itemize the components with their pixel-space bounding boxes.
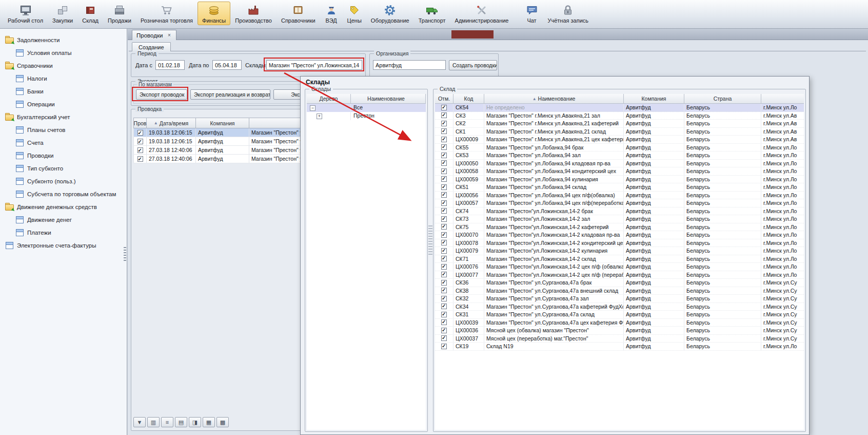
warehouse-row[interactable]: СК73 Магазин "Престон"ул.Ложинская,14-2 … (435, 215, 804, 223)
warehouse-row[interactable]: ЦХ00059 Магазин "Престон" ул.Лобанка,94 … (435, 176, 804, 184)
toolbar-item-desktop[interactable]: Рабочий стол (3, 2, 48, 25)
warehouse-checkbox[interactable] (441, 224, 447, 230)
sidebar-item[interactable]: Движение денег (0, 213, 127, 226)
warehouses-input[interactable] (266, 60, 362, 70)
sidebar-item[interactable]: Движение денежных средств (0, 200, 127, 213)
warehouse-checkbox[interactable] (441, 256, 447, 261)
warehouse-row[interactable]: ЦХ00039 Магазин "Престон" ул.Сурганова,4… (435, 319, 804, 327)
warehouse-row[interactable]: ЦХ00078 Магазин "Престон"ул.Ложинская,14… (435, 239, 804, 248)
warehouse-checkbox[interactable] (441, 184, 447, 190)
column-header-mark[interactable]: Отм. (435, 94, 453, 104)
table-toolbar-button[interactable]: ▼ (133, 417, 146, 427)
warehouse-row[interactable]: ЦХ00058 Магазин "Престон" ул.Лобанка,94 … (435, 167, 804, 176)
column-header-company[interactable]: Компания (624, 94, 684, 104)
warehouse-checkbox[interactable] (441, 319, 447, 325)
warehouse-checkbox[interactable] (441, 328, 447, 333)
warehouse-checkbox[interactable] (441, 272, 447, 277)
dialog-splitter-grip[interactable] (428, 225, 432, 256)
warehouse-row[interactable]: СК19 Склад N19 Арвитфуд Беларусь г.Минск… (435, 343, 804, 351)
warehouse-row[interactable]: СК51 Магазин "Престон" ул.Лобанка,94 скл… (435, 183, 804, 192)
warehouse-row[interactable]: СК71 Магазин "Престон"ул.Ложинская,14-2 … (435, 255, 804, 263)
column-header-city[interactable] (761, 94, 804, 104)
table-toolbar-button[interactable]: ▥ (147, 417, 160, 427)
warehouse-checkbox[interactable] (441, 216, 447, 222)
tree-expander-icon[interactable]: − (310, 105, 315, 111)
create-postings-button[interactable]: Создать проводки (449, 60, 497, 70)
warehouse-row[interactable]: ЦХ00009 Магазин "Престон" г.Минск ул.Ава… (435, 136, 804, 144)
tab-close-icon[interactable]: × (166, 32, 172, 38)
sidebar-item[interactable]: Справочники (0, 59, 127, 72)
sidebar-splitter-grip[interactable] (124, 247, 126, 262)
secondary-tab[interactable] (451, 30, 494, 39)
tab-create[interactable]: Создание (132, 42, 171, 51)
export-postings-button[interactable]: Экспорт проводок (136, 89, 187, 100)
warehouse-checkbox[interactable] (441, 112, 447, 118)
toolbar-item-account[interactable]: Учётная запись (543, 2, 594, 25)
warehouse-row[interactable]: ЦХ00070 Магазин "Престон"ул.Ложинская,14… (435, 231, 804, 239)
table-toolbar-button[interactable]: ≡ (161, 417, 173, 427)
warehouse-checkbox[interactable] (441, 192, 447, 198)
warehouse-checkbox[interactable] (441, 176, 447, 182)
sidebar-item[interactable]: Условия оплаты (0, 46, 127, 59)
warehouse-row[interactable]: СК34 Магазин "Престон" ул.Сурганова,47а … (435, 303, 804, 311)
warehouse-row[interactable]: СК31 Магазин "Престон" ул.Сурганова,47а … (435, 311, 804, 319)
table-toolbar-button[interactable]: ◨ (189, 417, 201, 427)
warehouse-checkbox[interactable] (441, 105, 447, 110)
warehouse-checkbox[interactable] (441, 200, 447, 206)
warehouse-row[interactable]: ЦХ00050 Магазин "Престон" ул.Лобанка,94 … (435, 160, 804, 168)
tree-row[interactable]: + Престон (307, 112, 426, 120)
toolbar-item-equipment[interactable]: Оборудование (366, 2, 414, 25)
column-header-datetime[interactable]: ▲Дата/время (147, 118, 196, 128)
warehouse-checkbox[interactable] (441, 153, 447, 158)
column-header-name[interactable]: ▲Наименование (484, 94, 624, 104)
warehouse-checkbox[interactable] (441, 121, 447, 126)
warehouse-checkbox[interactable] (441, 264, 447, 270)
warehouse-checkbox[interactable] (441, 312, 447, 317)
warehouse-row[interactable]: СК75 Магазин "Престон"ул.Ложинская,14-2 … (435, 223, 804, 232)
toolbar-item-chat[interactable]: Чат (521, 2, 543, 25)
warehouse-row[interactable]: СК3 Магазин "Престон" г.Минск ул.Авакяна… (435, 112, 804, 120)
toolbar-item-finance[interactable]: Финансы (198, 2, 230, 25)
toolbar-item-production[interactable]: Производство (230, 2, 277, 25)
date-to-input[interactable] (212, 60, 242, 70)
warehouse-row[interactable]: СК32 Магазин "Престон" ул.Сурганова,47а … (435, 295, 804, 303)
warehouse-row[interactable]: СК2 Магазин "Престон" г.Минск ул.Авакяна… (435, 120, 804, 128)
warehouse-checkbox[interactable] (441, 240, 447, 245)
tree-expander-icon[interactable]: + (317, 114, 322, 119)
sidebar-item[interactable]: Субконто (польз.) (0, 175, 127, 187)
sidebar-item[interactable]: Налоги (0, 72, 127, 85)
warehouse-row[interactable]: СК53 Магазин "Престон" ул.Лобанка,94 зал… (435, 152, 804, 160)
toolbar-item-references[interactable]: Справочники (277, 2, 320, 25)
warehouse-checkbox[interactable] (441, 232, 447, 238)
toolbar-item-sales[interactable]: Продажи (103, 2, 136, 25)
warehouse-checkbox[interactable] (441, 248, 447, 254)
toolbar-item-purchases[interactable]: Закупки (48, 2, 77, 25)
warehouse-row[interactable]: ЦХ00057 Магазин "Престон" ул.Лобанка,94 … (435, 199, 804, 207)
sidebar-item[interactable]: Электронные счета-фактуры (0, 239, 127, 252)
table-toolbar-button[interactable]: ▤ (175, 417, 187, 427)
warehouse-row[interactable]: СК55 Магазин "Престон" ул.Лобанка,94 бра… (435, 144, 804, 152)
sidebar-item[interactable]: Бухгалтерский учет (0, 110, 127, 123)
column-header-proved[interactable]: Пров (133, 118, 147, 128)
column-header-code[interactable]: Код (453, 94, 484, 104)
toolbar-item-transport[interactable]: Транспорт (414, 2, 450, 25)
warehouse-checkbox[interactable] (441, 296, 447, 301)
warehouse-row[interactable]: СК38 Магазин "Престон" ул.Сурганова,47а … (435, 287, 804, 295)
column-header-tree-name[interactable]: Наименование (351, 94, 426, 104)
table-toolbar-button[interactable]: ▦ (203, 417, 215, 427)
sidebar-item[interactable]: Задолженности (0, 33, 127, 46)
warehouse-row[interactable]: ЦХ00037 Мясной цех (переработка) маг."Пр… (435, 335, 804, 343)
toolbar-item-prices[interactable]: Цены (343, 2, 366, 25)
warehouse-checkbox[interactable] (441, 128, 447, 134)
sidebar-item[interactable]: Счета (0, 136, 127, 149)
warehouse-row[interactable]: СК74 Магазин "Престон"ул.Ложинская,14-2 … (435, 207, 804, 216)
warehouse-checkbox[interactable] (441, 288, 447, 293)
sidebar-item[interactable]: Тип субконто (0, 162, 127, 175)
sidebar-item[interactable]: Планы счетов (0, 123, 127, 136)
warehouse-checkbox[interactable] (441, 168, 447, 174)
organization-input[interactable] (373, 60, 446, 70)
warehouse-checkbox[interactable] (441, 344, 447, 349)
toolbar-item-ved[interactable]: ВЭД (320, 2, 343, 25)
tab-provodki[interactable]: Проводки × (132, 30, 176, 40)
toolbar-item-warehouse[interactable]: Склад (77, 2, 103, 25)
